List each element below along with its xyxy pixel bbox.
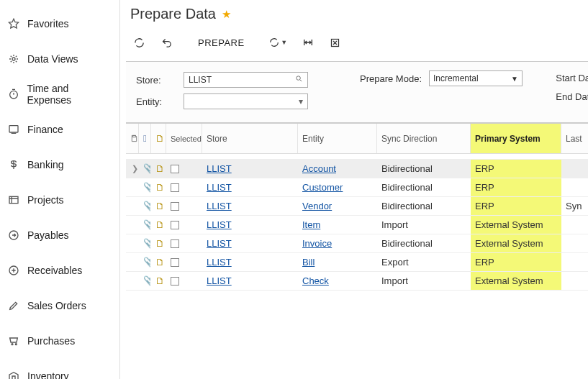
selected-checkbox[interactable]	[166, 160, 202, 178]
header-store[interactable]: Store	[202, 124, 298, 153]
header-last[interactable]: Last	[561, 124, 588, 153]
header-primary-system[interactable]: Primary System	[471, 124, 561, 153]
chevron-down-icon[interactable]: ▾	[299, 96, 307, 106]
selected-checkbox[interactable]	[166, 253, 202, 271]
selected-checkbox[interactable]	[166, 272, 202, 290]
prepare-mode-value: Incremental	[433, 73, 479, 83]
header-attach-icon[interactable]: 𖦹	[139, 124, 151, 153]
sidebar-item-data-views[interactable]: Data Views	[0, 41, 119, 76]
circle-arrow-right-icon	[6, 229, 22, 241]
attach-icon[interactable]: 📎	[139, 160, 151, 178]
table-row[interactable]: ❯📎🗋LLISTAccountBidirectionalERP	[126, 160, 588, 178]
fit-icon[interactable]	[298, 34, 318, 51]
row-caret[interactable]	[126, 178, 139, 196]
last-cell	[561, 272, 588, 290]
store-link[interactable]: LLIST	[207, 238, 232, 249]
sidebar-item-finance[interactable]: Finance	[0, 111, 119, 147]
selected-checkbox[interactable]	[166, 216, 202, 234]
header-entity[interactable]: Entity	[298, 124, 377, 153]
store-value: LLIST	[189, 75, 212, 85]
store-input[interactable]: LLIST	[184, 72, 308, 88]
attach-icon[interactable]: 📎	[139, 178, 151, 196]
table-row[interactable]: 📎🗋LLISTCheckImportExternal System	[126, 272, 588, 291]
entity-input[interactable]: ▾	[184, 93, 308, 109]
prepare-mode-select[interactable]: Incremental ▼	[429, 70, 523, 86]
row-caret[interactable]	[126, 253, 139, 271]
export-excel-icon[interactable]	[325, 34, 345, 51]
row-caret[interactable]	[126, 234, 139, 252]
search-icon[interactable]	[295, 75, 307, 85]
primary-system-cell: External System	[471, 216, 561, 234]
entity-link[interactable]: Account	[302, 163, 336, 174]
header-sync[interactable]: Sync Direction	[377, 124, 471, 153]
store-link[interactable]: LLIST	[207, 182, 232, 193]
store-link[interactable]: LLIST	[207, 219, 232, 230]
sidebar-item-banking[interactable]: Banking	[0, 147, 119, 182]
circle-plus-icon	[6, 265, 22, 276]
store-link[interactable]: LLIST	[207, 163, 232, 174]
note-icon[interactable]: 🗋	[151, 234, 166, 252]
sidebar-item-favorites[interactable]: Favorites	[0, 6, 119, 41]
page-title: Prepare Data ★	[130, 6, 588, 22]
selected-checkbox[interactable]	[166, 178, 202, 196]
row-caret[interactable]: ❯	[126, 160, 139, 178]
row-caret[interactable]	[126, 272, 139, 290]
store-link[interactable]: LLIST	[207, 275, 232, 286]
note-icon[interactable]: 🗋	[151, 160, 166, 178]
sidebar-item-receivables[interactable]: Receivables	[0, 252, 119, 288]
svg-point-7	[12, 343, 13, 344]
table-row[interactable]: 📎🗋LLISTItemImportExternal System	[126, 216, 588, 234]
selected-checkbox[interactable]	[166, 234, 202, 252]
attach-icon[interactable]: 📎	[139, 272, 151, 290]
sidebar-item-label: Data Views	[27, 53, 78, 65]
note-icon[interactable]: 🗋	[151, 197, 166, 215]
stopwatch-icon	[6, 88, 22, 100]
header-selected[interactable]: Selected	[166, 124, 202, 153]
sidebar-item-inventory[interactable]: Inventory	[0, 358, 119, 379]
table-row[interactable]: 📎🗋LLISTVendorBidirectionalERPSyn	[126, 197, 588, 216]
note-icon[interactable]: 🗋	[151, 272, 166, 290]
entity-link[interactable]: Item	[302, 219, 320, 230]
refresh-dropdown-icon[interactable]: ▼	[266, 34, 291, 51]
attach-icon[interactable]: 📎	[139, 234, 151, 252]
prepare-button[interactable]: PREPARE	[195, 37, 248, 48]
store-link[interactable]: LLIST	[207, 257, 232, 268]
header-note-icon[interactable]: 🗋	[151, 124, 166, 153]
entity-link[interactable]: Check	[302, 275, 329, 286]
header-save-icon[interactable]	[126, 124, 139, 153]
sidebar-item-label: Sales Orders	[27, 300, 86, 311]
entity-link[interactable]: Vendor	[302, 201, 332, 211]
primary-system-cell: ERP	[471, 160, 561, 178]
row-caret[interactable]	[126, 216, 139, 234]
entity-cell: Check	[298, 272, 377, 290]
attach-icon[interactable]: 📎	[139, 253, 151, 271]
table-row[interactable]: 📎🗋LLISTBillExportERP	[126, 253, 588, 272]
selected-checkbox[interactable]	[166, 197, 202, 215]
sidebar-item-payables[interactable]: Payables	[0, 217, 119, 252]
entity-cell: Invoice	[298, 234, 377, 252]
sidebar-item-sales-orders[interactable]: Sales Orders	[0, 288, 119, 323]
favorite-star-icon[interactable]: ★	[222, 8, 231, 21]
note-icon[interactable]: 🗋	[151, 216, 166, 234]
entity-link[interactable]: Invoice	[302, 238, 332, 249]
attach-icon[interactable]: 📎	[139, 216, 151, 234]
note-icon[interactable]: 🗋	[151, 253, 166, 271]
entity-link[interactable]: Bill	[302, 257, 315, 268]
attach-icon[interactable]: 📎	[139, 197, 151, 215]
entity-link[interactable]: Customer	[302, 182, 343, 193]
sidebar-item-label: Banking	[27, 159, 64, 170]
sidebar-item-projects[interactable]: Projects	[0, 182, 119, 217]
sidebar-item-time-expenses[interactable]: Time and Expenses	[0, 76, 119, 111]
main-area: Prepare Data ★ PREPARE ▼	[120, 0, 588, 379]
table-row[interactable]: 📎🗋LLISTInvoiceBidirectionalExternal Syst…	[126, 234, 588, 253]
sidebar-item-purchases[interactable]: Purchases	[0, 323, 119, 358]
store-link[interactable]: LLIST	[207, 201, 232, 211]
row-caret[interactable]	[126, 197, 139, 215]
note-icon[interactable]: 🗋	[151, 178, 166, 196]
svg-rect-4	[9, 196, 18, 203]
undo-icon[interactable]	[156, 34, 176, 51]
inventory-icon	[6, 370, 22, 380]
refresh-icon[interactable]	[129, 34, 149, 51]
table-row[interactable]: 📎🗋LLISTCustomerBidirectionalERP	[126, 178, 588, 197]
primary-system-cell: ERP	[471, 253, 561, 271]
